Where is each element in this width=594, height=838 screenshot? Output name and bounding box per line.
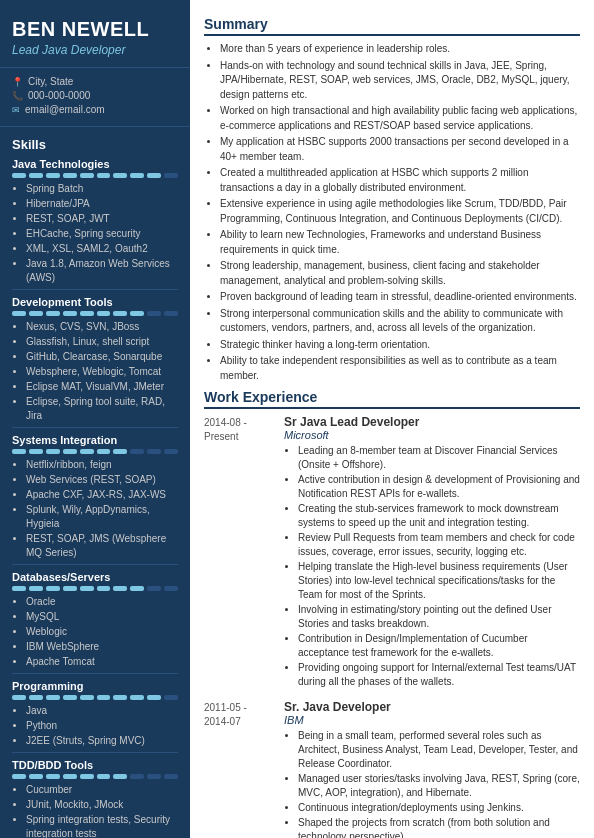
skill-item-1-0: Nexus, CVS, SVN, JBoss	[26, 320, 178, 334]
skill-dot-0-2	[46, 173, 60, 178]
skill-dot-3-5	[97, 586, 111, 591]
skill-item-2-3: Splunk, Wily, AppDynamics, Hygieia	[26, 503, 178, 531]
summary-item-0: More than 5 years of experience in leade…	[220, 42, 580, 57]
skill-item-0-3: EHCache, Spring security	[26, 227, 178, 241]
skill-list-1: Nexus, CVS, SVN, JBossGlassfish, Linux, …	[12, 320, 178, 423]
skill-item-3-2: Weblogic	[26, 625, 178, 639]
skill-dot-0-7	[130, 173, 144, 178]
skill-dot-5-1	[29, 774, 43, 779]
skill-dot-4-2	[46, 695, 60, 700]
work-company-1: IBM	[284, 714, 580, 726]
work-bullet-1-3: Shaped the projects from scratch (from b…	[298, 816, 580, 838]
skill-category-title-2: Systems Integration	[12, 434, 178, 446]
summary-item-7: Strong leadership, management, business,…	[220, 259, 580, 288]
skill-dot-3-0	[12, 586, 26, 591]
skill-dots-0	[12, 173, 178, 178]
skill-item-4-1: Python	[26, 719, 178, 733]
skill-dot-4-9	[164, 695, 178, 700]
work-content-0: Sr Java Lead DeveloperMicrosoftLeading a…	[284, 415, 580, 690]
email-item: ✉ email@email.com	[12, 104, 178, 115]
sidebar-divider-2	[12, 564, 178, 565]
work-bullet-0-6: Contribution in Design/Implementation of…	[298, 632, 580, 660]
email-icon: ✉	[12, 105, 20, 115]
skill-item-5-1: JUnit, Mockito, JMock	[26, 798, 178, 812]
skill-item-4-2: J2EE (Struts, Spring MVC)	[26, 734, 178, 748]
skill-dots-4	[12, 695, 178, 700]
skill-dot-0-9	[164, 173, 178, 178]
email-text: email@email.com	[25, 104, 105, 115]
skill-dot-2-9	[164, 449, 178, 454]
skill-item-3-0: Oracle	[26, 595, 178, 609]
skill-dot-1-9	[164, 311, 178, 316]
skill-category-title-3: Databases/Servers	[12, 571, 178, 583]
skill-dot-1-1	[29, 311, 43, 316]
summary-item-5: Extensive experience in using agile meth…	[220, 197, 580, 226]
work-bullet-1-2: Continuous integration/deployments using…	[298, 801, 580, 815]
skill-dot-5-0	[12, 774, 26, 779]
sidebar-header: BEN NEWELL Lead Java Developer	[0, 0, 190, 68]
work-content-1: Sr. Java DeveloperIBMBeing in a small te…	[284, 700, 580, 838]
sidebar-divider-4	[12, 752, 178, 753]
work-company-0: Microsoft	[284, 429, 580, 441]
skill-item-5-2: Spring integration tests, Security integ…	[26, 813, 178, 838]
skill-item-0-0: Spring Batch	[26, 182, 178, 196]
candidate-title: Lead Java Developer	[12, 43, 178, 57]
skill-item-1-1: Glassfish, Linux, shell script	[26, 335, 178, 349]
skill-item-1-2: GitHub, Clearcase, Sonarqube	[26, 350, 178, 364]
sidebar-divider-1	[12, 427, 178, 428]
skill-item-1-4: Eclipse MAT, VisualVM, JMeter	[26, 380, 178, 394]
work-date-0: 2014-08 -Present	[204, 415, 276, 690]
skill-list-3: OracleMySQLWeblogicIBM WebSphereApache T…	[12, 595, 178, 669]
work-bullet-1-1: Managed user stories/tasks involving Jav…	[298, 772, 580, 800]
skill-dot-2-4	[80, 449, 94, 454]
summary-list: More than 5 years of experience in leade…	[204, 42, 580, 383]
work-bullets-1: Being in a small team, performed several…	[284, 729, 580, 838]
location-item: 📍 City, State	[12, 76, 178, 87]
skill-item-2-4: REST, SOAP, JMS (Websphere MQ Series)	[26, 532, 178, 560]
work-date-1: 2011-05 -2014-07	[204, 700, 276, 838]
skill-dot-1-0	[12, 311, 26, 316]
summary-item-9: Strong interpersonal communication skill…	[220, 307, 580, 336]
skill-item-3-4: Apache Tomcat	[26, 655, 178, 669]
skill-dot-4-5	[97, 695, 111, 700]
skill-dot-3-2	[46, 586, 60, 591]
skill-item-3-3: IBM WebSphere	[26, 640, 178, 654]
skill-item-0-5: Java 1.8, Amazon Web Services (AWS)	[26, 257, 178, 285]
skill-dot-3-1	[29, 586, 43, 591]
location-icon: 📍	[12, 77, 23, 87]
skill-list-5: CucumberJUnit, Mockito, JMockSpring inte…	[12, 783, 178, 838]
skill-dots-1	[12, 311, 178, 316]
skill-dot-3-4	[80, 586, 94, 591]
skill-item-0-2: REST, SOAP, JWT	[26, 212, 178, 226]
skill-dot-5-6	[113, 774, 127, 779]
summary-item-1: Hands-on with technology and sound techn…	[220, 59, 580, 103]
skill-dot-4-7	[130, 695, 144, 700]
skill-category-title-1: Development Tools	[12, 296, 178, 308]
skill-dot-0-3	[63, 173, 77, 178]
skills-section: Skills Java TechnologiesSpring BatchHibe…	[0, 127, 190, 838]
main-content: Summary More than 5 years of experience …	[190, 0, 594, 838]
skill-dot-3-6	[113, 586, 127, 591]
skill-dot-1-4	[80, 311, 94, 316]
work-bullet-0-5: Involving in estimating/story pointing o…	[298, 603, 580, 631]
summary-item-6: Ability to learn new Technologies, Frame…	[220, 228, 580, 257]
skill-item-0-4: XML, XSL, SAML2, Oauth2	[26, 242, 178, 256]
skill-category-title-0: Java Technologies	[12, 158, 178, 170]
skill-dot-4-6	[113, 695, 127, 700]
summary-item-2: Worked on high transactional and high av…	[220, 104, 580, 133]
skill-dot-0-8	[147, 173, 161, 178]
work-bullets-0: Leading an 8-member team at Discover Fin…	[284, 444, 580, 689]
contact-section: 📍 City, State 📞 000-000-0000 ✉ email@ema…	[0, 68, 190, 127]
skill-dot-3-3	[63, 586, 77, 591]
skill-item-0-1: Hibernate/JPA	[26, 197, 178, 211]
skill-item-2-0: Netflix/ribbon, feign	[26, 458, 178, 472]
skill-dot-1-3	[63, 311, 77, 316]
skill-dot-4-0	[12, 695, 26, 700]
work-bullet-0-3: Review Pull Requests from team members a…	[298, 531, 580, 559]
skill-dot-3-7	[130, 586, 144, 591]
skill-dot-5-8	[147, 774, 161, 779]
skill-dot-0-6	[113, 173, 127, 178]
work-job-title-0: Sr Java Lead Developer	[284, 415, 580, 429]
work-bullet-0-1: Active contribution in design & developm…	[298, 473, 580, 501]
skill-dot-3-9	[164, 586, 178, 591]
